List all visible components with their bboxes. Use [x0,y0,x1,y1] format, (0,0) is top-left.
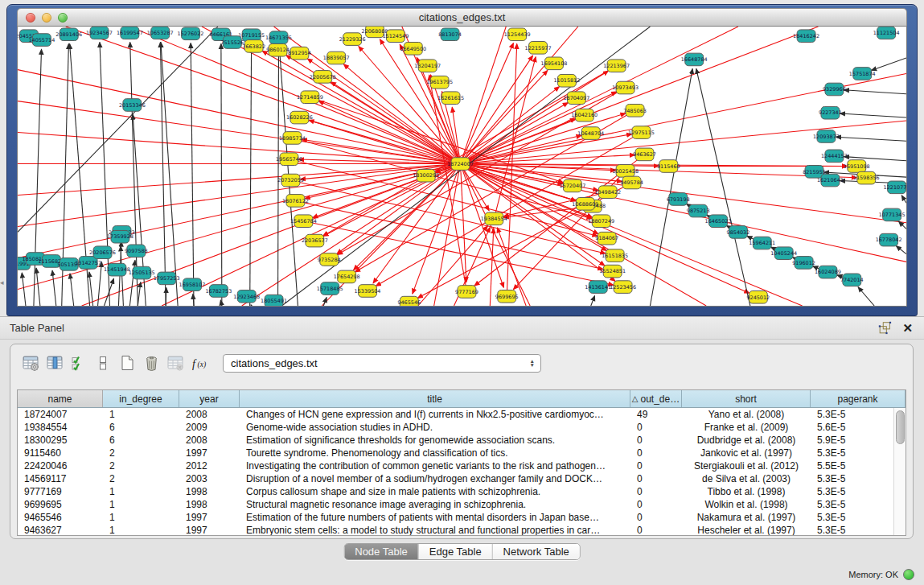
graph-node[interactable]: 12923468 [233,290,260,303]
cell-name[interactable]: 9115460 [18,447,103,459]
graph-node[interactable]: 14136141 [585,281,611,294]
graph-node[interactable]: 9854032 [727,226,750,239]
graph-edge[interactable] [322,164,460,306]
graph-node[interactable]: 8813074 [438,28,462,41]
graph-edge[interactable] [461,27,819,164]
graph-edge[interactable] [840,113,906,117]
graph-node[interactable]: 7485063 [623,104,647,117]
cell-title[interactable]: Changes of HCN gene expression and I(f) … [240,408,630,421]
graph-node[interactable]: 10025458 [612,165,639,178]
close-panel-icon[interactable]: ✕ [902,322,913,334]
cell-short[interactable]: Stergiakouli et al. (2012) [682,459,811,472]
cell-in_degree[interactable]: 6 [103,421,179,434]
cell-in_degree[interactable]: 2 [103,472,179,485]
cell-in_degree[interactable]: 2 [103,447,179,459]
cell-name[interactable]: 9699695 [18,498,103,511]
graph-edge[interactable] [138,282,141,306]
graph-node[interactable]: 15524851 [599,265,626,278]
graph-edge[interactable] [461,164,531,306]
graph-node[interactable]: 9777169 [455,286,478,299]
graph-node[interactable]: 11121504 [873,27,900,39]
table-row[interactable]: 911546021997Tourette syndrome. Phenomeno… [18,447,893,459]
graph-node[interactable]: 16151835 [602,249,628,262]
graph-node[interactable]: 9495784 [620,176,643,189]
panel-collapse-arrow[interactable]: ◂ [0,278,4,286]
graph-edge[interactable] [591,296,595,306]
graph-edge[interactable] [70,274,74,306]
table-row[interactable]: 1872400712008Changes of HCN gene express… [18,408,893,421]
graph-edge[interactable] [36,268,40,306]
cell-name[interactable]: 18300295 [18,434,103,447]
graph-node[interactable]: 12523456 [610,281,636,294]
network-canvas[interactable]: 1872400718300295212293261883905722005678… [17,27,907,307]
cell-year[interactable]: 1997 [179,524,240,536]
graph-node[interactable]: 20153346 [119,99,146,112]
cell-title[interactable]: Disruption of a novel member of a sodium… [240,472,630,485]
close-window-icon[interactable] [26,13,35,23]
graph-node[interactable]: 19613795 [426,76,453,89]
cell-in_degree[interactable]: 1 [103,408,179,421]
graph-node[interactable]: 9699695 [495,290,519,303]
cell-short[interactable]: Tibbo et al. (1998) [682,485,811,498]
graph-edge[interactable] [836,137,906,141]
graph-node[interactable]: 12093877 [813,130,840,143]
cell-pagerank[interactable]: 5.5E-5 [811,459,893,472]
cell-out_degree[interactable]: 0 [630,472,682,485]
tab-network-table[interactable]: Network Table [492,544,580,559]
graph-node[interactable]: 20891406 [55,28,82,41]
graph-node[interactable]: 15951098 [844,160,870,173]
graph-node[interactable]: 16024089 [815,266,841,278]
cell-title[interactable]: Embryonic stem cells: a model to study s… [240,524,630,536]
graph-node[interactable]: 13498422 [594,186,621,199]
table-row[interactable]: 977716911998Corpus callosum shape and si… [18,485,893,498]
cell-pagerank[interactable]: 5.3E-5 [811,447,893,459]
graph-edge[interactable] [844,90,906,94]
table-row[interactable]: 1456911722003Disruption of a novel membe… [18,472,893,485]
graph-edge[interactable] [242,164,461,306]
graph-node[interactable]: 12505135 [129,266,155,279]
table-row[interactable]: 2242004622012Investigating the contribut… [18,459,893,472]
graph-node[interactable]: 6793198 [667,193,690,206]
graph-node[interactable]: 16261615 [437,92,464,105]
graph-node[interactable]: 8912954 [288,47,311,60]
graph-node[interactable]: 9115460 [657,160,680,173]
graph-node[interactable]: 16958107 [179,278,206,291]
cell-pagerank[interactable]: 5.6E-5 [811,421,893,434]
graph-node[interactable]: 18076122 [282,195,309,208]
cell-out_degree[interactable]: 0 [630,447,682,459]
column-header-in_degree[interactable]: in_degree [103,390,179,407]
graph-node[interactable]: 20732059 [277,174,304,187]
float-panel-icon[interactable] [877,320,893,336]
cell-title[interactable]: Structural magnetic resonance image aver… [240,498,630,511]
graph-edge[interactable] [221,43,222,306]
tab-edge-table[interactable]: Edge Table [418,544,492,559]
graph-edge[interactable] [34,49,42,306]
cell-short[interactable]: Nakamura et al. (1997) [682,511,811,524]
cell-pagerank[interactable]: 5.3E-5 [811,498,893,511]
cell-year[interactable]: 2008 [179,434,240,447]
graph-node[interactable]: 16954108 [541,57,568,70]
graph-node[interactable]: 12975115 [628,126,655,139]
graph-node[interactable]: 12215977 [525,42,552,55]
tab-node-table[interactable]: Node Table [344,544,418,559]
graph-node[interactable]: 15456784 [290,215,317,228]
cell-short[interactable]: Dudbridge et al. (2008) [682,434,811,447]
cell-pagerank[interactable]: 5.3E-5 [811,408,893,421]
show-columns-icon[interactable] [43,352,67,374]
cell-name[interactable]: 9463627 [18,524,103,536]
graph-node[interactable]: 18055491 [261,295,287,306]
graph-node[interactable]: 18416242 [793,30,819,43]
graph-node[interactable]: 10648704 [577,127,604,140]
graph-edge[interactable] [250,44,252,306]
graph-edge[interactable] [22,273,26,306]
cell-title[interactable]: Genome-wide association studies in ADHD. [240,421,630,434]
graph-edge[interactable] [18,164,461,196]
graph-node[interactable]: 7663822 [242,40,265,53]
graph-edge[interactable] [166,288,166,306]
graph-node[interactable]: 7742014 [840,274,864,286]
cell-year[interactable]: 2012 [179,459,240,472]
graph-node[interactable]: 18839057 [323,51,350,64]
graph-edge[interactable] [901,196,906,203]
graph-node[interactable]: 19234567 [86,27,113,39]
cell-out_degree[interactable]: 49 [630,408,682,421]
